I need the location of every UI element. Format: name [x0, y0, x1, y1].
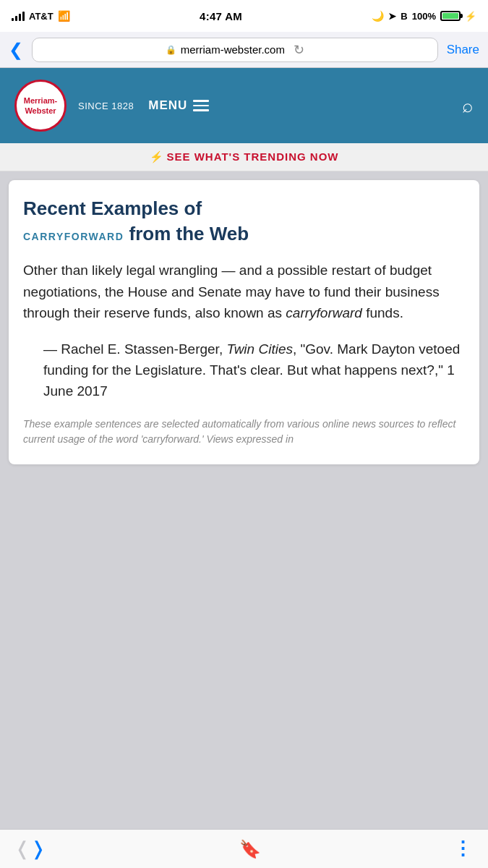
bluetooth-icon: B: [401, 11, 407, 22]
body-italic: carryforward: [286, 305, 362, 320]
time-display: 4:47 AM: [200, 10, 242, 22]
status-bar: AT&T 📶 4:47 AM 🌙 ➤ B 100% ⚡: [0, 0, 488, 32]
logo-text: Merriam-Webster: [24, 95, 57, 116]
disclaimer-text: These example sentences are selected aut…: [23, 417, 465, 447]
nav-forward-button[interactable]: ❭: [30, 838, 46, 860]
location-icon: ➤: [388, 11, 396, 22]
since-label: SINCE 1828: [78, 101, 134, 111]
card-body-text: Other than likely legal wrangling — and …: [23, 260, 465, 323]
content-card: Recent Examples of CARRYFORWARD from the…: [9, 180, 479, 464]
address-bar[interactable]: 🔒 merriam-webster.com ↻: [32, 38, 438, 62]
quote-dash: — Rachel E. Stassen-Berger,: [43, 341, 226, 357]
card-title-rest: from the Web: [124, 223, 249, 244]
lightning-icon: ⚡: [150, 150, 164, 163]
charging-icon: ⚡: [465, 11, 476, 22]
hamburger-icon: [193, 100, 209, 111]
moon-icon: 🌙: [372, 10, 384, 22]
carrier-label: AT&T: [29, 11, 53, 22]
signal-bars: [12, 11, 25, 21]
search-icon[interactable]: ⌕: [462, 95, 474, 117]
card-title-line2: CARRYFORWARD from the Web: [23, 223, 465, 245]
card-title-line1: Recent Examples of: [23, 197, 465, 220]
mw-nav: SINCE 1828 MENU: [78, 98, 450, 113]
more-button[interactable]: ⋮: [453, 838, 474, 860]
trending-text: ⚡SEE WHAT'S TRENDING NOW: [150, 150, 339, 163]
battery-indicator: [440, 11, 461, 21]
status-right: 🌙 ➤ B 100% ⚡: [372, 10, 476, 22]
browser-bar: ❮ 🔒 merriam-webster.com ↻ Share: [0, 32, 488, 68]
mw-logo[interactable]: Merriam-Webster: [14, 80, 67, 132]
url-text: merriam-webster.com: [181, 43, 285, 56]
trending-banner[interactable]: ⚡SEE WHAT'S TRENDING NOW: [0, 143, 488, 171]
bottom-bar: ❬ ❭ 🔖 ⋮: [0, 829, 488, 868]
card-title-block: Recent Examples of CARRYFORWARD from the…: [23, 197, 465, 245]
quote-source: Twin Cities: [226, 341, 293, 357]
main-content: Recent Examples of CARRYFORWARD from the…: [0, 171, 488, 822]
share-button[interactable]: Share: [447, 43, 479, 57]
nav-back-button[interactable]: ❬: [14, 838, 30, 860]
body-end: funds.: [362, 305, 403, 320]
quote-attribution: — Rachel E. Stassen-Berger, Twin Cities,…: [43, 341, 460, 399]
reload-button[interactable]: ↻: [294, 42, 304, 58]
back-button[interactable]: ❮: [9, 41, 23, 59]
quote-block: — Rachel E. Stassen-Berger, Twin Cities,…: [43, 339, 465, 402]
bookmark-button[interactable]: 🔖: [239, 839, 261, 859]
mw-header: Merriam-Webster SINCE 1828 MENU ⌕: [0, 68, 488, 143]
lock-icon: 🔒: [166, 45, 176, 55]
status-left: AT&T 📶: [12, 10, 70, 22]
battery-pct: 100%: [412, 11, 436, 22]
card-subtitle: CARRYFORWARD: [23, 231, 124, 242]
menu-button[interactable]: MENU: [148, 98, 209, 113]
wifi-icon: 📶: [58, 10, 70, 22]
